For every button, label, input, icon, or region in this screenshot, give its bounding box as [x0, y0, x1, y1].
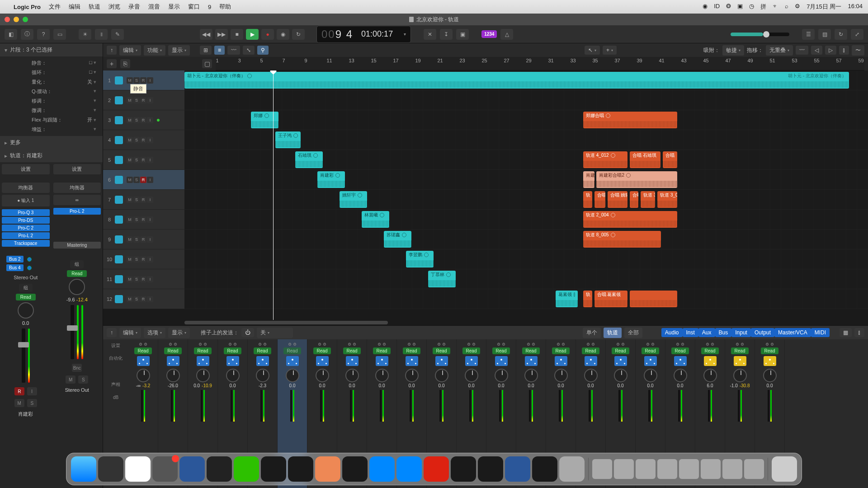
dock-app-icon[interactable] [98, 456, 123, 482]
dock-app-icon[interactable] [71, 456, 96, 482]
send-bus4[interactable]: Bus 4 [6, 264, 24, 271]
app-name[interactable]: Logic Pro [14, 4, 41, 10]
track-m-button[interactable]: M [127, 117, 133, 123]
audio-region[interactable]: 石靖琪 [295, 151, 323, 168]
fader-a[interactable] [22, 328, 25, 383]
stop-button[interactable]: ■ [231, 29, 243, 40]
cycle-button[interactable]: ↻ [292, 29, 305, 40]
autopunch-button[interactable]: ↧ [440, 29, 453, 40]
input-format-icon[interactable] [495, 356, 508, 366]
dock-app-icon[interactable] [532, 456, 557, 482]
fader[interactable] [231, 390, 232, 422]
mixer-filter-audio[interactable]: Audio [661, 328, 683, 337]
automation-mode[interactable]: Read [134, 347, 152, 354]
track-header[interactable]: 1MSRI静音 [103, 70, 184, 90]
insert-slot[interactable]: Pro-Q 3 [2, 209, 50, 216]
automation-mode[interactable]: Read [164, 347, 182, 354]
input-format-icon[interactable] [167, 356, 179, 366]
fader[interactable] [559, 390, 561, 422]
menu-window[interactable]: 窗口 [188, 3, 200, 11]
mixer-layout-icon[interactable]: ▦ [840, 328, 852, 337]
pan-knob[interactable] [703, 369, 717, 382]
rewind-button[interactable]: ◀◀ [200, 29, 212, 40]
pan-knob[interactable] [196, 369, 210, 382]
bar-ruler[interactable]: 1357911131517192123252729313335373941434… [216, 57, 864, 70]
dock-minimized-window[interactable] [592, 459, 612, 479]
track-row[interactable]: 1MSRI静音胡卜元 - 北京欢迎你（伴奏）胡卜元 - 北京欢迎你（伴奏） [103, 70, 868, 90]
input-format-icon[interactable] [346, 356, 359, 366]
dock-app-icon[interactable] [179, 456, 205, 482]
fader[interactable] [141, 390, 143, 422]
status-clock-icon[interactable]: ◷ [749, 3, 754, 11]
input-slot-a[interactable]: ● 输入 1 [2, 195, 50, 206]
audio-region[interactable]: 肖建 [583, 171, 594, 188]
track-lane[interactable]: 苏珺鑫轨道 8_005 [184, 230, 868, 249]
track-lane[interactable]: 肖建彩肖建肖建彩合唱2 [184, 170, 868, 189]
mixer-view-all[interactable]: 全部 [624, 328, 642, 338]
fader[interactable] [529, 390, 531, 422]
track-i-button[interactable]: I [147, 197, 153, 203]
mixer-filter-input[interactable]: Input [731, 328, 751, 337]
record-button[interactable]: ● [261, 29, 274, 40]
track-r-button[interactable]: R [140, 137, 146, 143]
track-m-button[interactable]: M [127, 236, 133, 243]
fader[interactable] [768, 390, 769, 422]
hzoom-out-icon[interactable]: ◁ [811, 46, 822, 55]
mixer-filter-output[interactable]: Output [751, 328, 774, 337]
mixer-options-menu[interactable]: 选项▾ [144, 328, 165, 338]
track-r-button[interactable]: R [140, 276, 146, 282]
send-bus2[interactable]: Bus 2 [6, 256, 24, 263]
automation-mode[interactable]: Read [612, 347, 630, 354]
input-format-icon[interactable] [764, 356, 776, 366]
track-s-button[interactable]: S [133, 216, 140, 223]
lcd-display[interactable]: 009 4 01:00:17 ▾ [316, 26, 411, 43]
audio-region[interactable]: 肖建彩 [317, 171, 345, 188]
channel-eq-b[interactable]: 均衡器 [53, 183, 101, 193]
smart-controls-button[interactable]: ☀ [79, 29, 91, 40]
track-header[interactable]: 6MSRI [103, 170, 184, 189]
fader[interactable] [260, 390, 262, 422]
dock-minimized-window[interactable] [679, 459, 699, 479]
fader[interactable] [708, 390, 710, 422]
track-i-button[interactable]: I [147, 177, 153, 183]
waveform-zoom-icon[interactable]: 〜 [852, 45, 864, 56]
track-m-button[interactable]: M [127, 77, 133, 84]
dock-app-icon[interactable] [207, 456, 232, 482]
track-i-button[interactable]: I [147, 77, 153, 84]
traffic-lights[interactable] [5, 17, 28, 22]
inspector-row[interactable]: 量化：关 ▾ [0, 77, 103, 87]
pan-knob[interactable] [495, 369, 508, 382]
inspector-button[interactable]: ⓘ [21, 29, 33, 40]
dock-app-icon[interactable] [261, 456, 286, 482]
fader[interactable] [648, 390, 650, 422]
insert-slot[interactable]: Pro-DS [2, 217, 50, 224]
menu-track[interactable]: 轨道 [89, 3, 100, 11]
status-icon[interactable]: ◉ [703, 3, 708, 11]
mixer-button[interactable]: ⫴ [95, 29, 108, 40]
pan-knob[interactable] [345, 369, 359, 382]
pan-knob[interactable] [375, 369, 389, 382]
input-format-icon[interactable] [525, 356, 538, 366]
audio-region[interactable]: 林晨曦 [362, 211, 389, 228]
status-wifi-icon[interactable]: ᯤ [773, 3, 778, 11]
toolbar-button[interactable]: ▭ [53, 29, 66, 40]
input-format-icon[interactable] [406, 356, 418, 366]
track-row[interactable]: 6MSRI肖建彩肖建肖建彩合唱2 [103, 170, 868, 190]
menu-file[interactable]: 文件 [49, 3, 61, 11]
fader[interactable] [499, 390, 501, 422]
dock-minimized-window[interactable] [657, 459, 677, 479]
audio-region[interactable]: 郑娜合唱 [583, 112, 677, 128]
mixer-wide-icon[interactable]: ⫿ [854, 328, 864, 337]
menu-edit[interactable]: 编辑 [69, 3, 80, 11]
automation-mode[interactable]: Read [671, 347, 689, 354]
alt-tool[interactable]: +▾ [603, 46, 617, 55]
dock-app-icon[interactable] [505, 456, 530, 482]
view-menu[interactable]: 显示▾ [168, 45, 190, 56]
track-row[interactable]: 12MSRI葛素领轨合唱 葛素领 [103, 289, 868, 309]
automation-mode[interactable]: Read [642, 347, 660, 354]
browser-button[interactable]: ⤢ [851, 29, 863, 40]
input-format-icon[interactable] [585, 356, 597, 366]
audio-region[interactable]: 合唱 石靖琪 [630, 151, 661, 168]
solo-a[interactable]: S [27, 399, 37, 407]
snap-select[interactable]: 敏捷▾ [722, 45, 744, 56]
